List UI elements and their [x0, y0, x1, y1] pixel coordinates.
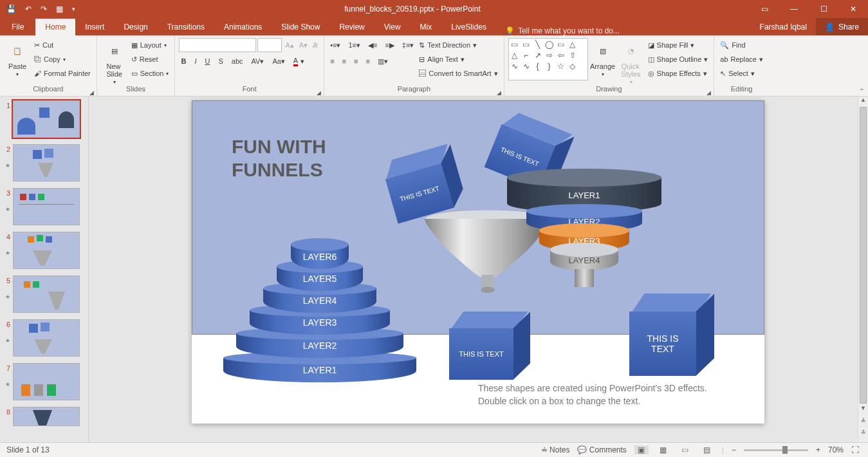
find-button[interactable]: 🔍Find	[718, 38, 765, 52]
vertical-scrollbar[interactable]: ▲ ▼ ≜ ≛	[858, 97, 868, 442]
shape-effects-button[interactable]: ◎Shape Effects ▾	[646, 66, 710, 80]
tab-liveslides[interactable]: LiveSlides	[441, 19, 496, 35]
fit-to-window-icon[interactable]: ⛶	[851, 445, 859, 454]
zoom-in-icon[interactable]: +	[816, 445, 820, 454]
tab-animations[interactable]: Animations	[214, 19, 272, 35]
justify-button[interactable]: ≡	[364, 54, 371, 68]
replace-button[interactable]: abReplace ▾	[718, 52, 765, 66]
strike-button[interactable]: S	[216, 54, 225, 68]
slide-thumbnail-8[interactable]	[13, 407, 80, 426]
dialog-launcher-icon[interactable]: ◢	[317, 89, 321, 96]
scroll-down-icon[interactable]: ▼	[858, 405, 868, 415]
slide-thumbnail-6[interactable]	[13, 319, 80, 357]
bold-button[interactable]: B	[179, 54, 188, 68]
font-size-input[interactable]	[257, 38, 282, 52]
change-case-button[interactable]: Aa▾	[270, 54, 286, 68]
share-button[interactable]: 👤Share	[816, 18, 868, 35]
redo-icon[interactable]: ↷	[41, 5, 47, 14]
spacing-button[interactable]: AV▾	[250, 54, 266, 68]
tab-design[interactable]: Design	[114, 19, 157, 35]
tab-home[interactable]: Home	[35, 19, 75, 35]
slide-indicator[interactable]: Slide 1 of 13	[0, 445, 541, 454]
dialog-launcher-icon[interactable]: ◢	[497, 89, 501, 96]
align-center-button[interactable]: ≡	[340, 54, 348, 68]
cut-button[interactable]: ✂Cut	[32, 38, 93, 52]
align-text-button[interactable]: ⊟Align Text ▾	[417, 52, 499, 66]
tab-view[interactable]: View	[374, 19, 411, 35]
signed-in-user[interactable]: Farshad Iqbal	[751, 23, 816, 32]
slide-thumbnails-panel[interactable]: 1 2★ 3★ 4★	[0, 97, 89, 442]
slideshow-view-icon[interactable]: ▤	[700, 445, 714, 454]
italic-button[interactable]: I	[192, 54, 198, 68]
slide-title[interactable]: FUN WITH FUNNELS	[232, 135, 326, 182]
format-painter-button[interactable]: 🖌Format Painter	[32, 66, 93, 80]
collapse-ribbon-icon[interactable]: ⌃	[859, 88, 864, 95]
layout-button[interactable]: ▦Layout ▾	[129, 38, 171, 52]
next-slide-icon[interactable]: ≛	[858, 429, 868, 440]
dialog-launcher-icon[interactable]: ◢	[89, 89, 94, 96]
comments-button[interactable]: 💬 Comments	[577, 445, 626, 454]
decrease-font-icon[interactable]: A▾	[297, 38, 309, 52]
slide-thumbnail-3[interactable]	[13, 188, 80, 225]
decrease-indent-button[interactable]: ◀≡	[366, 38, 379, 52]
reading-view-icon[interactable]: ▭	[678, 445, 692, 454]
tab-review[interactable]: Review	[329, 19, 374, 35]
slide-thumbnail-2[interactable]	[13, 144, 80, 182]
section-button[interactable]: ▭Section ▾	[129, 66, 171, 80]
scroll-up-icon[interactable]: ▲	[858, 97, 868, 107]
maximize-icon[interactable]: ☐	[809, 0, 838, 18]
font-color-button[interactable]: A▾	[291, 54, 306, 68]
notes-button[interactable]: ≐ Notes	[541, 445, 570, 454]
tab-slideshow[interactable]: Slide Show	[272, 19, 329, 35]
tab-transitions[interactable]: Transitions	[158, 19, 214, 35]
new-slide-button[interactable]: ▤ New Slide▾	[101, 38, 128, 85]
slide-thumbnail-7[interactable]	[13, 363, 80, 400]
slide-thumbnail-4[interactable]	[13, 232, 80, 269]
start-from-beginning-icon[interactable]: ▦	[56, 5, 63, 14]
sorter-view-icon[interactable]: ▦	[656, 445, 670, 454]
slide-thumbnail-5[interactable]	[13, 275, 80, 313]
copy-button[interactable]: ⿻Copy ▾	[32, 52, 93, 66]
quick-styles-button[interactable]: ◔ Quick Styles▾	[618, 38, 645, 85]
line-spacing-button[interactable]: ‡≡▾	[400, 38, 416, 52]
close-icon[interactable]: ✕	[838, 0, 868, 18]
cube-bottom-center[interactable]: THIS IS TEXT	[449, 312, 530, 380]
tab-file[interactable]: File	[0, 19, 35, 35]
slide-editor[interactable]: FUN WITH FUNNELS LAYER1 LAYER2 LAYER3 LA…	[89, 97, 868, 442]
text-direction-button[interactable]: ⇅Text Direction ▾	[417, 38, 499, 52]
underline-button[interactable]: U	[203, 54, 212, 68]
tab-insert[interactable]: Insert	[75, 19, 114, 35]
slide-canvas[interactable]: FUN WITH FUNNELS LAYER1 LAYER2 LAYER3 LA…	[192, 100, 764, 424]
zoom-slider[interactable]	[744, 449, 808, 451]
prev-slide-icon[interactable]: ≜	[858, 418, 868, 428]
align-left-button[interactable]: ≡	[328, 54, 336, 68]
align-right-button[interactable]: ≡	[352, 54, 360, 68]
tell-me-search[interactable]: 💡Tell me what you want to do...	[496, 26, 620, 35]
font-family-input[interactable]	[179, 38, 256, 52]
shape-outline-button[interactable]: ◫Shape Outline ▾	[646, 52, 710, 66]
increase-indent-button[interactable]: ≡▶	[383, 38, 396, 52]
shapes-gallery[interactable]: ▭▭╲◯▭△ △⌐↗⇨⇦⇧ ∿∿{}☆◇	[508, 38, 588, 80]
slide-thumbnail-1[interactable]	[13, 100, 80, 138]
paste-button[interactable]: 📋 Paste▾	[4, 38, 31, 77]
normal-view-icon[interactable]: ▣	[634, 445, 649, 454]
increase-font-icon[interactable]: A▴	[283, 38, 295, 52]
undo-icon[interactable]: ↶	[25, 5, 32, 14]
qat-customize-icon[interactable]: ▾	[72, 6, 75, 12]
minimize-icon[interactable]: —	[779, 0, 809, 18]
scrollbar-thumb[interactable]	[860, 107, 867, 404]
bullets-button[interactable]: •≡▾	[328, 38, 342, 52]
convert-smartart-button[interactable]: ⿳Convert to SmartArt ▾	[417, 66, 499, 80]
arrange-button[interactable]: ▧ Arrange▾	[589, 38, 616, 77]
dialog-launcher-icon[interactable]: ◢	[706, 89, 711, 96]
shape-fill-button[interactable]: ◪Shape Fill ▾	[646, 38, 710, 52]
clear-formatting-icon[interactable]: A̷	[311, 38, 320, 52]
reset-button[interactable]: ↺Reset	[129, 52, 171, 66]
numbering-button[interactable]: 1≡▾	[346, 38, 362, 52]
select-button[interactable]: ↖Select ▾	[718, 66, 765, 80]
save-icon[interactable]: 💾	[6, 5, 16, 14]
zoom-out-icon[interactable]: −	[732, 445, 736, 454]
ribbon-display-icon[interactable]: ▭	[750, 0, 779, 18]
zoom-level[interactable]: 70%	[828, 445, 844, 454]
columns-button[interactable]: ▥▾	[376, 54, 390, 68]
